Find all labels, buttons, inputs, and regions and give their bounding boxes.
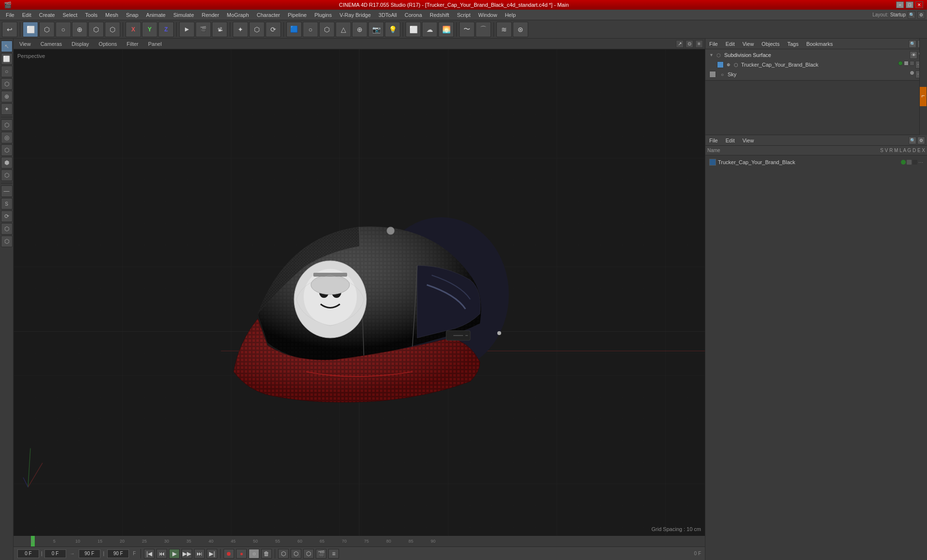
model-mode-button[interactable]: ⬜ — [23, 22, 38, 37]
trucker-vis-btn[interactable] — [898, 61, 903, 66]
auto-key-button[interactable]: ● — [236, 549, 247, 559]
key-sel-button[interactable]: ○ — [249, 549, 259, 559]
obj-vis-btn[interactable]: 👁 — [910, 51, 917, 59]
menu-render[interactable]: Render — [198, 11, 223, 19]
background-button[interactable]: 🌅 — [438, 22, 454, 37]
select-poly-button[interactable]: ⬡ — [1, 78, 13, 90]
prev-frame-button[interactable]: ⏮ — [156, 549, 167, 559]
y-axis-button[interactable]: Y — [142, 22, 157, 37]
menu-plugins[interactable]: Plugins — [310, 11, 336, 19]
menu-vray[interactable]: V-Ray Bridge — [336, 11, 375, 19]
polygons-mode-button[interactable]: ⬡ — [88, 22, 104, 37]
obj-menu-view[interactable]: View — [741, 40, 756, 48]
del-key-button[interactable]: 🗑 — [261, 549, 272, 559]
motion-mode-btn[interactable]: ⬡ — [278, 549, 289, 559]
viewport-tab-panel[interactable]: Panel — [144, 40, 166, 48]
texture-mode-button[interactable]: ⬡ — [39, 22, 55, 37]
mat-item-trucker[interactable]: Trucker_Cap_Your_Brand_Black ⋯ — [707, 157, 925, 167]
camera-button[interactable]: 📷 — [368, 22, 384, 37]
x-axis-button[interactable]: X — [126, 22, 141, 37]
viewport-tab-filter[interactable]: Filter — [123, 40, 142, 48]
layout-search-btn[interactable]: 🔍 — [908, 11, 915, 19]
light-button[interactable]: 💡 — [385, 22, 400, 37]
edges-mode-button[interactable]: ⊕ — [72, 22, 87, 37]
menu-animate[interactable]: Animate — [142, 11, 169, 19]
select-circle-button[interactable]: ○ — [1, 66, 13, 77]
end-frame-input2[interactable] — [107, 549, 129, 558]
menu-file[interactable]: File — [2, 11, 18, 19]
null-button[interactable]: ⊕ — [352, 22, 367, 37]
uvw-mode-button[interactable]: ⬡ — [105, 22, 120, 37]
menu-simulate[interactable]: Simulate — [169, 11, 198, 19]
render-button[interactable]: 📽 — [212, 22, 227, 37]
go-start-button[interactable]: |◀ — [144, 549, 154, 559]
next-frame-button[interactable]: ⏭ — [194, 549, 205, 559]
menu-snap[interactable]: Snap — [122, 11, 142, 19]
live-select-button[interactable]: ⊕ — [1, 91, 13, 102]
viewport-tab-cameras[interactable]: Cameras — [37, 40, 66, 48]
viewport-circle-btn[interactable]: ⊙ — [686, 40, 693, 48]
render-settings-button[interactable]: 🎬 — [196, 22, 211, 37]
mat-menu-edit[interactable]: Edit — [724, 137, 737, 144]
points-mode-button[interactable]: ○ — [56, 22, 71, 37]
obj-menu-edit[interactable]: Edit — [724, 40, 737, 48]
start-frame-input[interactable] — [17, 549, 39, 558]
move-tool-button[interactable]: ↖ — [1, 41, 13, 52]
cube-button[interactable]: 🟦 — [286, 22, 302, 37]
obj-menu-tags[interactable]: Tags — [786, 40, 801, 48]
menu-corona[interactable]: Corona — [401, 11, 426, 19]
layout-settings-btn[interactable]: ⚙ — [917, 11, 925, 19]
menu-script[interactable]: Script — [453, 11, 474, 19]
ik-mode-btn[interactable]: ⬡ — [303, 549, 314, 559]
floor-button[interactable]: ⬜ — [406, 22, 421, 37]
obj-item-subdivision[interactable]: ▼ ⬡ Subdivision Surface 👁 — [707, 50, 925, 60]
obj-menu-file[interactable]: File — [707, 40, 720, 48]
record-button[interactable]: ⏺ — [224, 549, 234, 559]
frame-mode-btn[interactable]: 🎬 — [316, 549, 326, 559]
play-button[interactable]: ▶ — [169, 549, 180, 559]
move-button[interactable]: ✦ — [233, 22, 248, 37]
knife-button[interactable]: ⬡ — [1, 119, 13, 131]
viewport-tab-options[interactable]: Options — [95, 40, 121, 48]
maximize-button[interactable]: □ — [906, 1, 913, 8]
timeline-btn[interactable]: ≡ — [328, 549, 339, 559]
sphere-button[interactable]: ○ — [303, 22, 318, 37]
menu-window[interactable]: Window — [475, 11, 501, 19]
undo-button[interactable]: ↩ — [2, 22, 17, 37]
mat-menu-file[interactable]: File — [707, 137, 720, 144]
deform-button[interactable]: ⬡ — [1, 223, 13, 235]
emitter-button[interactable]: ⊛ — [513, 22, 528, 37]
menu-help[interactable]: Help — [501, 11, 520, 19]
menu-select[interactable]: Select — [59, 11, 82, 19]
mat-search-btn[interactable]: 🔍 — [909, 137, 916, 144]
sky-button[interactable]: ☁ — [422, 22, 437, 37]
viewport-menu-btn[interactable]: ≡ — [695, 40, 703, 48]
magnet-button[interactable]: ✦ — [1, 103, 13, 115]
menu-create[interactable]: Create — [35, 11, 59, 19]
menu-mograph[interactable]: MoGraph — [223, 11, 253, 19]
play-forward-button[interactable]: ▶▶ — [182, 549, 192, 559]
menu-mesh[interactable]: Mesh — [101, 11, 122, 19]
scale-button[interactable]: ⬡ — [249, 22, 265, 37]
cone-button[interactable]: △ — [336, 22, 351, 37]
obj-item-trucker-cap[interactable]: ⊕ ⬡ Trucker_Cap_Your_Brand_Black ⋯ — [707, 60, 925, 70]
obj-item-sky[interactable]: ○ Sky ⋯ — [707, 70, 925, 79]
layout-tab[interactable]: L — [920, 87, 927, 106]
render-preview-button[interactable]: ▶ — [179, 22, 195, 37]
viewport[interactable]: Perspective Grid Spacing : 10 cm — [14, 49, 705, 536]
menu-3dto[interactable]: 3DToAll — [375, 11, 401, 19]
measure-button[interactable]: — — [1, 185, 13, 197]
cylinder-button[interactable]: ⬡ — [319, 22, 335, 37]
trucker-tag2-btn[interactable] — [910, 61, 914, 66]
smooth-button[interactable]: S — [1, 198, 13, 210]
menu-tools[interactable]: Tools — [81, 11, 101, 19]
spline-button[interactable]: 〜 — [459, 22, 475, 37]
brush-button[interactable]: ◎ — [1, 132, 13, 143]
select-rect-button[interactable]: ⬜ — [1, 53, 13, 65]
viewport-expand-btn[interactable]: ↗ — [676, 40, 684, 48]
trucker-tag-btn[interactable] — [904, 61, 909, 66]
field-button[interactable]: ⬡ — [1, 236, 13, 247]
bevel-button[interactable]: ⬡ — [1, 169, 13, 181]
menu-character[interactable]: Character — [253, 11, 284, 19]
current-frame-input[interactable] — [44, 549, 66, 558]
